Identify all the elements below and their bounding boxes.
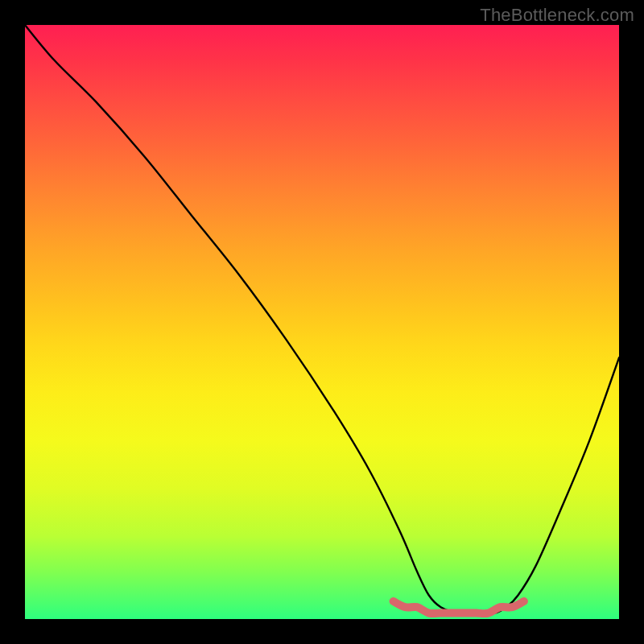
plot-area xyxy=(25,25,619,619)
chart-svg xyxy=(25,25,619,619)
watermark-text: TheBottleneck.com xyxy=(480,5,634,26)
bottleneck-curve xyxy=(25,25,619,613)
chart-frame: TheBottleneck.com xyxy=(0,0,644,644)
optimal-band-curve xyxy=(394,601,524,613)
